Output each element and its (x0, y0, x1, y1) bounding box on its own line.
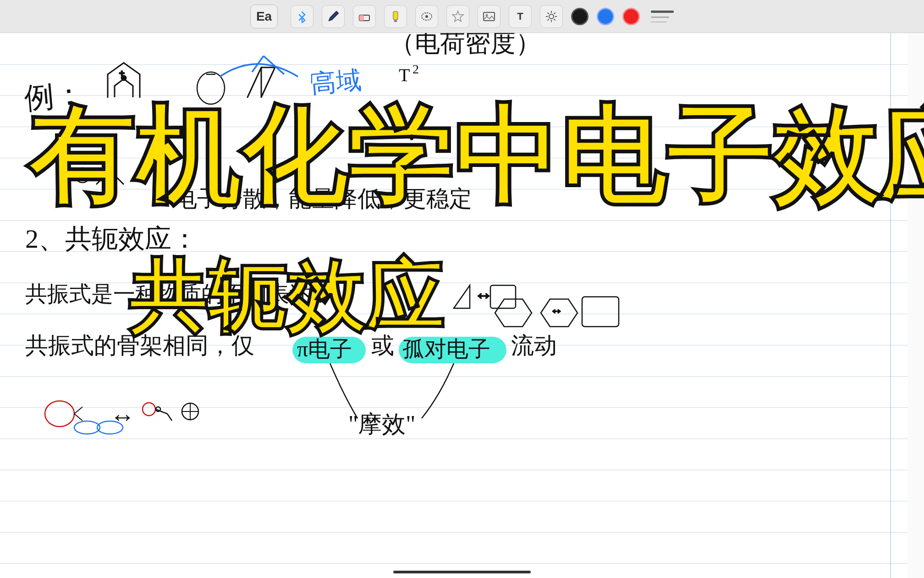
svg-text:2: 2 (412, 62, 419, 76)
svg-rect-1 (359, 15, 364, 21)
canvas-area[interactable]: 例： + 高域 ⊕ (0, 33, 924, 578)
sub-title: 共轭效应 (128, 258, 444, 336)
black-color-button[interactable] (571, 8, 588, 25)
svg-rect-7 (484, 12, 495, 21)
svg-text:（电荷密度）: （电荷密度） (390, 33, 541, 57)
svg-text:流动: 流动 (511, 333, 557, 358)
star-icon (451, 10, 465, 23)
app-label: Ea (256, 9, 272, 24)
svg-line-17 (548, 19, 549, 20)
svg-text:"摩效": "摩效" (348, 411, 415, 437)
svg-point-5 (425, 15, 428, 18)
stroke-options (651, 11, 674, 22)
red-color-button[interactable] (622, 8, 640, 25)
svg-rect-2 (393, 11, 398, 20)
svg-rect-3 (394, 20, 397, 22)
svg-text:高域: 高域 (310, 66, 363, 98)
svg-marker-6 (452, 11, 463, 22)
svg-text:2、共轭效应：: 2、共轭效应： (25, 224, 198, 254)
text-button[interactable]: T (509, 5, 532, 28)
stroke-thin-button[interactable] (651, 17, 669, 18)
svg-point-40 (143, 403, 155, 416)
app-icon[interactable]: Ea (250, 5, 278, 28)
svg-rect-50 (582, 297, 619, 327)
svg-rect-29 (490, 285, 516, 308)
svg-text:T: T (399, 65, 410, 85)
eraser-icon (358, 10, 371, 23)
lasso-button[interactable] (415, 5, 438, 28)
svg-marker-47 (495, 299, 532, 327)
toolbar: Ea (0, 0, 924, 33)
lasso-icon (420, 10, 434, 23)
settings-icon (545, 10, 558, 23)
eraser-button[interactable] (353, 5, 376, 28)
home-indicator[interactable] (393, 571, 531, 573)
shape-button[interactable] (446, 5, 469, 28)
bluetooth-icon (296, 10, 308, 23)
settings-button[interactable] (540, 5, 563, 28)
svg-text:↔: ↔ (550, 304, 563, 318)
blue-color-button[interactable] (597, 8, 614, 25)
image-icon (482, 10, 496, 23)
pen-button[interactable] (322, 5, 345, 28)
pen-icon (326, 10, 340, 23)
highlighter-button[interactable] (384, 5, 407, 28)
stroke-medium-button[interactable] (651, 11, 674, 13)
image-button[interactable] (478, 5, 500, 28)
stroke-thinner-button[interactable] (651, 22, 667, 22)
svg-point-9 (549, 14, 554, 19)
svg-line-14 (548, 12, 549, 14)
main-title: 有机化学中电子效应 (28, 104, 896, 210)
svg-line-16 (554, 12, 556, 14)
svg-point-38 (45, 401, 74, 427)
svg-point-45 (74, 421, 100, 434)
text-icon: T (517, 11, 523, 22)
highlighter-icon (389, 10, 402, 23)
svg-text:+: + (119, 68, 125, 78)
svg-line-15 (554, 19, 556, 20)
bluetooth-button[interactable] (291, 5, 314, 28)
